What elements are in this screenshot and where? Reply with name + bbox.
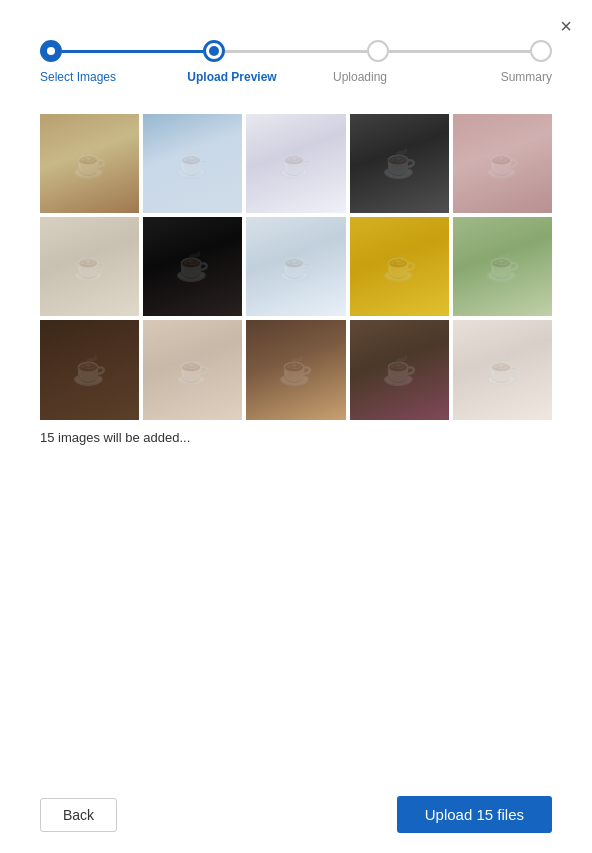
back-button[interactable]: Back bbox=[40, 798, 117, 832]
image-cell-8: ☕ bbox=[246, 217, 345, 316]
stepper-labels: Select Images Upload Preview Uploading S… bbox=[40, 70, 552, 84]
step-circle-upload-preview bbox=[203, 40, 225, 62]
image-cell-3: ☕ bbox=[246, 114, 345, 213]
stepper-track bbox=[40, 40, 552, 62]
image-cell-12: ☕ bbox=[143, 320, 242, 419]
image-cell-2: ☕ bbox=[143, 114, 242, 213]
image-cell-6: ☕ bbox=[40, 217, 139, 316]
image-cell-4: ☕ bbox=[350, 114, 449, 213]
status-text: 15 images will be added... bbox=[0, 420, 592, 445]
step-line-1 bbox=[62, 50, 203, 53]
image-cell-10: ☕ bbox=[453, 217, 552, 316]
bottom-bar: Back Upload 15 files bbox=[0, 776, 592, 853]
step-circle-uploading bbox=[367, 40, 389, 62]
image-cell-7: ☕ bbox=[143, 217, 242, 316]
image-cell-5: ☕ bbox=[453, 114, 552, 213]
step-line-2 bbox=[225, 50, 366, 53]
step-label-upload-preview: Upload Preview bbox=[168, 70, 296, 84]
close-button[interactable]: × bbox=[560, 16, 572, 36]
step-label-uploading: Uploading bbox=[296, 70, 424, 84]
image-cell-14: ☕ bbox=[350, 320, 449, 419]
image-grid-container: ☕☕☕☕☕☕☕☕☕☕☕☕☕☕☕ bbox=[0, 104, 592, 420]
step-label-summary: Summary bbox=[424, 70, 552, 84]
image-cell-11: ☕ bbox=[40, 320, 139, 419]
image-cell-13: ☕ bbox=[246, 320, 345, 419]
image-cell-9: ☕ bbox=[350, 217, 449, 316]
image-cell-15: ☕ bbox=[453, 320, 552, 419]
step-line-3 bbox=[389, 50, 530, 53]
step-circle-summary bbox=[530, 40, 552, 62]
step-label-select-images: Select Images bbox=[40, 70, 168, 84]
image-cell-1: ☕ bbox=[40, 114, 139, 213]
upload-button[interactable]: Upload 15 files bbox=[397, 796, 552, 833]
stepper: Select Images Upload Preview Uploading S… bbox=[0, 0, 592, 104]
image-grid: ☕☕☕☕☕☕☕☕☕☕☕☕☕☕☕ bbox=[40, 114, 552, 420]
upload-dialog: × Select Images Upload Preview Uploading bbox=[0, 0, 592, 853]
step-circle-select-images bbox=[40, 40, 62, 62]
